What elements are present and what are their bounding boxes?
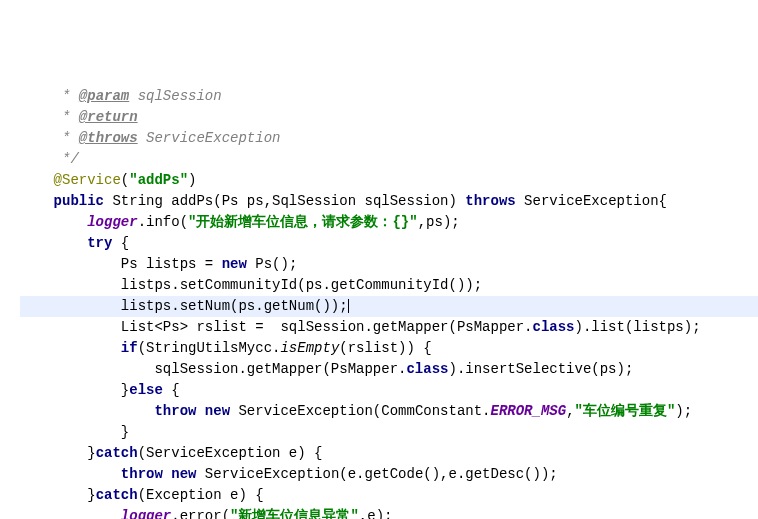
code-token: sqlSession.getMapper(PsMapper. xyxy=(154,361,406,377)
code-token: throw new xyxy=(121,466,197,482)
code-token: List<Ps> rslist = sqlSession.getMapper(P… xyxy=(121,319,533,335)
code-token: */ xyxy=(62,151,79,167)
code-line[interactable]: } xyxy=(20,422,758,443)
code-token: ).insertSelective(ps); xyxy=(448,361,633,377)
code-token: "addPs" xyxy=(129,172,188,188)
code-token: throw new xyxy=(154,403,230,419)
code-token: ) xyxy=(188,172,196,188)
code-line[interactable]: * @return xyxy=(20,107,758,128)
code-line[interactable]: * @throws ServiceException xyxy=(20,128,758,149)
code-token: listps.setCommunityId(ps.getCommunityId(… xyxy=(121,277,482,293)
code-token: logger xyxy=(121,508,171,519)
code-token: catch xyxy=(96,445,138,461)
code-line[interactable]: logger.error("新增车位信息异常",e); xyxy=(20,506,758,519)
code-token: ,e); xyxy=(359,508,393,519)
code-token: * xyxy=(62,88,79,104)
code-line[interactable]: sqlSession.getMapper(PsMapper.class).ins… xyxy=(20,359,758,380)
code-token: catch xyxy=(96,487,138,503)
code-token: ( xyxy=(121,172,129,188)
code-line[interactable]: listps.setCommunityId(ps.getCommunityId(… xyxy=(20,275,758,296)
text-cursor xyxy=(348,299,349,313)
code-token: (ServiceException e) { xyxy=(138,445,323,461)
code-token: } xyxy=(121,424,129,440)
code-token: logger xyxy=(87,214,137,230)
code-token: * xyxy=(62,109,79,125)
code-token: class xyxy=(406,361,448,377)
code-token: ERROR_MSG xyxy=(491,403,567,419)
code-token: public xyxy=(54,193,104,209)
code-token: class xyxy=(533,319,575,335)
code-token: throws xyxy=(465,193,515,209)
code-token: ServiceException(e.getCode(),e.getDesc()… xyxy=(196,466,557,482)
code-line[interactable]: }catch(ServiceException e) { xyxy=(20,443,758,464)
code-token: sqlSession xyxy=(129,88,221,104)
code-line[interactable]: listps.setNum(ps.getNum()); xyxy=(20,296,758,317)
code-token: { xyxy=(163,382,180,398)
code-token: .error( xyxy=(171,508,230,519)
code-line[interactable]: * @param sqlSession xyxy=(20,86,758,107)
code-token: listps.setNum(ps.getNum()); xyxy=(121,298,348,314)
code-token: new xyxy=(222,256,247,272)
code-token: (rslist)) { xyxy=(339,340,431,356)
code-token: (StringUtilsMycc. xyxy=(138,340,281,356)
code-token: "新增车位信息异常" xyxy=(230,508,359,519)
code-line[interactable]: if(StringUtilsMycc.isEmpty(rslist)) { xyxy=(20,338,758,359)
code-token: else xyxy=(129,382,163,398)
code-token: ).list(listps); xyxy=(575,319,701,335)
code-line[interactable]: throw new ServiceException(e.getCode(),e… xyxy=(20,464,758,485)
code-token: } xyxy=(87,445,95,461)
code-line[interactable]: List<Ps> rslist = sqlSession.getMapper(P… xyxy=(20,317,758,338)
code-token: ServiceException xyxy=(138,130,281,146)
code-token: "开始新增车位信息，请求参数：{}" xyxy=(188,214,418,230)
code-token: @param xyxy=(79,88,129,104)
code-line[interactable]: }else { xyxy=(20,380,758,401)
code-token: try xyxy=(87,235,112,251)
code-line[interactable]: @Service("addPs") xyxy=(20,170,758,191)
code-editor[interactable]: * @param sqlSession * @return * @throws … xyxy=(0,84,758,519)
code-line[interactable]: logger.info("开始新增车位信息，请求参数：{}",ps); xyxy=(20,212,758,233)
code-token: ); xyxy=(675,403,692,419)
code-line[interactable]: Ps listps = new Ps(); xyxy=(20,254,758,275)
code-token: Ps(); xyxy=(247,256,297,272)
code-line[interactable]: public String addPs(Ps ps,SqlSession sql… xyxy=(20,191,758,212)
code-token: @Service xyxy=(54,172,121,188)
code-token: @return xyxy=(79,109,138,125)
code-token: if xyxy=(121,340,138,356)
code-token: ServiceException{ xyxy=(516,193,667,209)
code-line[interactable]: */ xyxy=(20,149,758,170)
code-token: isEmpty xyxy=(280,340,339,356)
code-line[interactable]: try { xyxy=(20,233,758,254)
code-token: (Exception e) { xyxy=(138,487,264,503)
code-token: "车位编号重复" xyxy=(575,403,676,419)
code-token: String addPs(Ps ps,SqlSession sqlSession… xyxy=(104,193,465,209)
code-token: .info( xyxy=(138,214,188,230)
code-token: { xyxy=(112,235,129,251)
code-token: ServiceException(CommConstant. xyxy=(230,403,490,419)
code-token: Ps listps = xyxy=(121,256,222,272)
code-token: @throws xyxy=(79,130,138,146)
code-line[interactable]: }catch(Exception e) { xyxy=(20,485,758,506)
code-token: * xyxy=(62,130,79,146)
code-line[interactable]: throw new ServiceException(CommConstant.… xyxy=(20,401,758,422)
code-token: } xyxy=(121,382,129,398)
code-token: ,ps); xyxy=(418,214,460,230)
code-token: } xyxy=(87,487,95,503)
code-token: , xyxy=(566,403,574,419)
